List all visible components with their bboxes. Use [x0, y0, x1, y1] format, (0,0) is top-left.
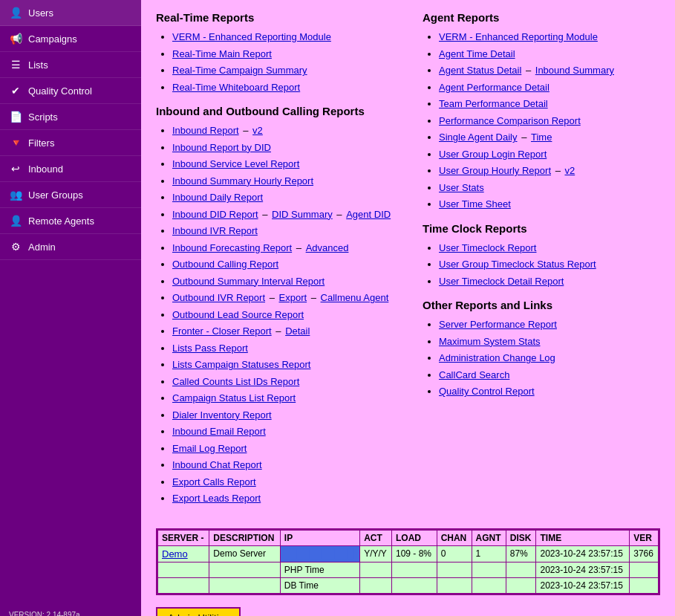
agnt-cell: 1 — [472, 545, 506, 562]
agent-did-link[interactable]: Agent DID — [346, 209, 391, 220]
user-group-hourly-v2-link[interactable]: v2 — [564, 165, 575, 176]
sidebar-item-user-groups[interactable]: 👥 User Groups — [0, 182, 141, 208]
description-cell — [209, 562, 281, 577]
inbound-report-v2-link[interactable]: v2 — [252, 125, 263, 136]
sidebar-item-campaigns[interactable]: 📢 Campaigns — [0, 26, 141, 52]
list-item: Inbound Email Report — [172, 424, 400, 439]
inbound-outbound-list: Inbound Report – v2 Inbound Report by DI… — [156, 123, 400, 506]
callcard-search-link[interactable]: CallCard Search — [439, 369, 509, 380]
performance-comparison-link[interactable]: Performance Comparison Report — [439, 115, 581, 126]
outbound-ivr-link[interactable]: Outbound IVR Report — [172, 292, 265, 303]
list-item: Fronter - Closer Report – Detail — [172, 324, 400, 339]
db-time-value: 2023-10-24 23:57:15 — [536, 577, 630, 593]
sidebar-item-label: Campaigns — [28, 33, 77, 45]
ver-cell: 3766 — [630, 545, 659, 562]
col-disk: DISK — [506, 530, 536, 545]
demo-server-link[interactable]: Demo — [162, 548, 188, 560]
agent-performance-link[interactable]: Agent Performance Detail — [439, 82, 550, 93]
inbound-report-link[interactable]: Inbound Report — [172, 125, 239, 136]
outbound-summary-interval-link[interactable]: Outbound Summary Interval Report — [172, 276, 325, 287]
sidebar-item-users[interactable]: 👤 Users — [0, 0, 141, 26]
export-leads-link[interactable]: Export Leads Report — [172, 493, 261, 504]
sidebar-item-label: Lists — [28, 59, 48, 71]
fronter-detail-link[interactable]: Detail — [285, 325, 310, 337]
maximum-system-stats-link[interactable]: Maximum System Stats — [439, 336, 541, 347]
sidebar-item-admin[interactable]: ⚙ Admin — [0, 234, 141, 260]
agent-verm-link[interactable]: VERM - Enhanced Reporting Module — [439, 31, 598, 42]
dialer-inventory-link[interactable]: Dialer Inventory Report — [172, 409, 272, 421]
sidebar-item-scripts[interactable]: 📄 Scripts — [0, 104, 141, 130]
user-timeclock-detail-link[interactable]: User Timeclock Detail Report — [439, 276, 564, 287]
user-group-login-link[interactable]: User Group Login Report — [439, 149, 547, 160]
sidebar-item-filters[interactable]: 🔻 Filters — [0, 130, 141, 156]
list-item: Inbound Service Level Report — [172, 157, 400, 172]
single-agent-daily-link[interactable]: Single Agent Daily — [439, 132, 518, 143]
inbound-service-level-link[interactable]: Inbound Service Level Report — [172, 158, 299, 169]
outbound-calling-link[interactable]: Outbound Calling Report — [172, 259, 278, 270]
agent-time-detail-link[interactable]: Agent Time Detail — [439, 48, 515, 59]
inbound-summary-link[interactable]: Inbound Summary — [535, 65, 614, 76]
rt-main-link[interactable]: Real-Time Main Report — [172, 48, 272, 59]
email-log-link[interactable]: Email Log Report — [172, 443, 247, 454]
did-summary-link[interactable]: DID Summary — [272, 209, 333, 220]
forecasting-advanced-link[interactable]: Advanced — [306, 242, 349, 253]
list-item: User Group Login Report — [439, 147, 660, 162]
admin-change-log-link[interactable]: Administration Change Log — [439, 352, 555, 363]
load-cell: 109 - 8% — [392, 545, 437, 562]
rt-verm-link[interactable]: VERM - Enhanced Reporting Module — [172, 31, 331, 42]
list-item: Called Counts List IDs Report — [172, 375, 400, 389]
list-item: Export Leads Report — [172, 491, 400, 506]
inbound-daily-link[interactable]: Inbound Daily Report — [172, 192, 263, 203]
inbound-forecasting-link[interactable]: Inbound Forecasting Report — [172, 242, 292, 253]
list-item: Outbound IVR Report – Export – Callmenu … — [172, 291, 400, 305]
col-act: ACT — [360, 530, 392, 545]
outbound-lead-source-link[interactable]: Outbound Lead Source Report — [172, 309, 304, 320]
table-row: DB Time 2023-10-24 23:57:15 — [158, 577, 659, 593]
inbound-did-report-link[interactable]: Inbound DID Report — [172, 209, 258, 220]
sidebar-item-quality-control[interactable]: ✔ Quality Control — [0, 78, 141, 104]
user-stats-link[interactable]: User Stats — [439, 182, 484, 193]
rt-whiteboard-link[interactable]: Real-Time Whiteboard Report — [172, 82, 300, 93]
admin-utilities-button[interactable]: Admin Utilities — [156, 607, 241, 616]
users-icon: 👤 — [9, 7, 22, 19]
col-server: SERVER - — [158, 530, 209, 545]
sidebar-item-remote-agents[interactable]: 👤 Remote Agents — [0, 208, 141, 234]
user-groups-icon: 👥 — [9, 189, 22, 201]
sidebar-item-inbound[interactable]: ↩ Inbound — [0, 156, 141, 182]
lists-pass-link[interactable]: Lists Pass Report — [172, 343, 248, 354]
user-group-timeclock-link[interactable]: User Group Timeclock Status Report — [439, 259, 596, 270]
quality-control-icon: ✔ — [9, 85, 22, 97]
inbound-summary-hourly-link[interactable]: Inbound Summary Hourly Report — [172, 175, 313, 187]
timeclock-title: Time Clock Reports — [423, 222, 660, 235]
user-timeclock-link[interactable]: User Timeclock Report — [439, 242, 536, 253]
admin-icon: ⚙ — [9, 241, 22, 253]
agent-status-detail-link[interactable]: Agent Status Detail — [439, 65, 521, 76]
user-group-hourly-link[interactable]: User Group Hourly Report — [439, 165, 551, 176]
list-item: Inbound Daily Report — [172, 190, 400, 205]
inbound-report-did-link[interactable]: Inbound Report by DID — [172, 142, 271, 153]
sidebar-item-lists[interactable]: ☰ Lists — [0, 52, 141, 78]
user-time-sheet-link[interactable]: User Time Sheet — [439, 198, 511, 210]
list-item: User Group Timeclock Status Report — [439, 257, 660, 272]
list-item: Outbound Summary Interval Report — [172, 274, 400, 289]
db-time-cell: DB Time — [280, 577, 359, 593]
fronter-closer-link[interactable]: Fronter - Closer Report — [172, 325, 272, 337]
list-item: Email Log Report — [172, 441, 400, 456]
chan-cell: 0 — [437, 545, 472, 562]
rt-campaign-summary-link[interactable]: Real-Time Campaign Summary — [172, 65, 307, 76]
list-item: User Timeclock Report — [439, 241, 660, 256]
outbound-export-link[interactable]: Export — [279, 292, 307, 303]
inbound-email-link[interactable]: Inbound Email Report — [172, 426, 266, 437]
campaign-status-list-link[interactable]: Campaign Status List Report — [172, 392, 296, 403]
called-counts-link[interactable]: Called Counts List IDs Report — [172, 376, 299, 387]
main-content: Real-Time Reports VERM - Enhanced Report… — [141, 0, 675, 616]
single-agent-time-link[interactable]: Time — [531, 132, 552, 143]
export-calls-link[interactable]: Export Calls Report — [172, 476, 256, 487]
quality-control-report-link[interactable]: Quality Control Report — [439, 386, 535, 397]
callmenu-agent-link[interactable]: Callmenu Agent — [321, 292, 389, 303]
team-performance-link[interactable]: Team Performance Detail — [439, 98, 548, 109]
lists-campaign-statuses-link[interactable]: Lists Campaign Statuses Report — [172, 359, 310, 370]
server-performance-link[interactable]: Server Performance Report — [439, 319, 557, 330]
inbound-chat-link[interactable]: Inbound Chat Report — [172, 459, 262, 470]
inbound-ivr-link[interactable]: Inbound IVR Report — [172, 225, 258, 236]
